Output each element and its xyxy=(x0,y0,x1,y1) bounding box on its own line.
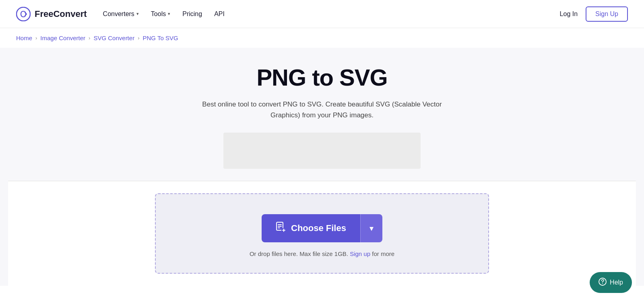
logo-icon xyxy=(16,7,31,21)
logo-text: FreeConvert xyxy=(35,9,87,19)
nav-api[interactable]: API xyxy=(214,10,225,18)
page-description: Best online tool to convert PNG to SVG. … xyxy=(201,99,443,121)
dropzone[interactable]: Choose Files ▾ Or drop files here. Max f… xyxy=(155,193,489,274)
ad-banner xyxy=(223,133,421,169)
page-title: PNG to SVG xyxy=(256,64,387,91)
signup-button[interactable]: Sign Up xyxy=(586,6,628,22)
signup-link[interactable]: Sign up xyxy=(350,250,370,257)
breadcrumb-svg-converter[interactable]: SVG Converter xyxy=(93,35,134,41)
main-header: FreeConvert Converters ▾ Tools ▾ Pricing… xyxy=(0,0,644,28)
breadcrumb-home[interactable]: Home xyxy=(16,35,32,41)
drop-hint: Or drop files here. Max file size 1GB. S… xyxy=(250,250,394,257)
choose-files-button[interactable]: Choose Files xyxy=(262,214,360,242)
logo[interactable]: FreeConvert xyxy=(16,7,87,21)
nav-pricing[interactable]: Pricing xyxy=(182,10,202,18)
header-right: Log In Sign Up xyxy=(560,6,628,22)
nav-links: Converters ▾ Tools ▾ Pricing API xyxy=(103,10,225,18)
breadcrumb: Home › Image Converter › SVG Converter ›… xyxy=(0,28,644,48)
breadcrumb-separator-3: › xyxy=(138,35,139,41)
breadcrumb-separator-2: › xyxy=(89,35,90,41)
help-icon xyxy=(599,278,607,287)
nav-tools[interactable]: Tools ▾ xyxy=(151,10,170,18)
choose-files-wrapper: Choose Files ▾ xyxy=(262,214,382,242)
svg-point-0 xyxy=(17,7,30,21)
header-left: FreeConvert Converters ▾ Tools ▾ Pricing… xyxy=(16,7,225,21)
main-content: PNG to SVG Best online tool to convert P… xyxy=(0,48,644,286)
login-button[interactable]: Log In xyxy=(560,10,578,18)
converters-chevron-icon: ▾ xyxy=(136,11,139,16)
nav-converters[interactable]: Converters ▾ xyxy=(103,10,139,18)
breadcrumb-separator-1: › xyxy=(35,35,37,41)
breadcrumb-image-converter[interactable]: Image Converter xyxy=(40,35,85,41)
breadcrumb-current: PNG To SVG xyxy=(142,35,178,41)
help-button[interactable]: Help xyxy=(590,272,632,293)
dropdown-chevron-icon: ▾ xyxy=(369,223,374,233)
file-upload-icon xyxy=(276,221,286,235)
dropzone-container: Choose Files ▾ Or drop files here. Max f… xyxy=(8,181,636,286)
svg-point-4 xyxy=(602,283,603,284)
choose-files-dropdown-button[interactable]: ▾ xyxy=(360,214,382,242)
tools-chevron-icon: ▾ xyxy=(168,11,170,16)
